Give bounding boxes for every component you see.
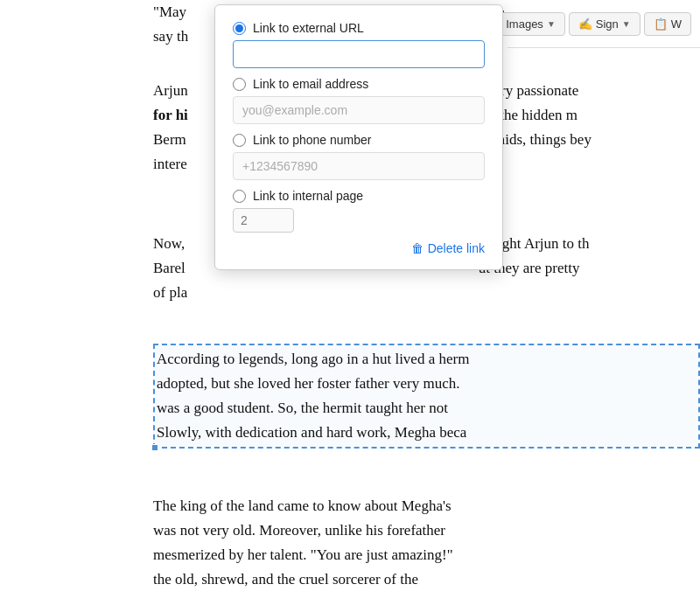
option4-text: Link to internal page xyxy=(253,189,363,203)
w-button[interactable]: 📋 W xyxy=(644,12,691,36)
selected-line4: Slowly, with dedication and hard work, M… xyxy=(157,424,466,441)
para2-line4: intere xyxy=(153,156,187,172)
delete-link-label: Delete link xyxy=(428,241,485,255)
after-line1: The king of the land came to know about … xyxy=(153,497,452,514)
selected-line3: was a good student. So, the hermit taugh… xyxy=(157,400,448,416)
after-line4: the old, shrewd, and the cruel sorcerer … xyxy=(153,571,418,588)
option3-label[interactable]: Link to phone number xyxy=(233,133,485,147)
email-input[interactable] xyxy=(233,96,485,124)
text-block-after: The king of the land came to know about … xyxy=(153,494,700,592)
option3-text: Link to phone number xyxy=(253,133,371,147)
images-label: Images xyxy=(506,17,543,31)
selection-handle xyxy=(151,444,158,451)
sign-label: Sign xyxy=(596,17,619,31)
images-caret-icon: ▼ xyxy=(547,19,556,29)
w-label: W xyxy=(671,17,682,31)
after-line2: was not very old. Moreover, unlike his f… xyxy=(153,522,445,539)
trash-icon: 🗑 xyxy=(411,241,424,255)
top-bar: 🖼 Images ▼ ✍ Sign ▼ 📋 W xyxy=(508,0,700,48)
para3-line3: of pla xyxy=(153,284,187,301)
option4-label[interactable]: Link to internal page xyxy=(233,189,485,203)
selected-line1: According to legends, long ago in a hut … xyxy=(157,351,469,367)
delete-link-row: 🗑 Delete link xyxy=(233,241,485,255)
selected-text-block: According to legends, long ago in a hut … xyxy=(153,344,700,449)
sign-icon: ✍ xyxy=(578,17,592,31)
url-input[interactable]: https://example.com xyxy=(233,40,485,68)
option2-text: Link to email address xyxy=(253,77,368,91)
option2-radio[interactable] xyxy=(233,78,246,91)
selected-line2: adopted, but she loved her foster father… xyxy=(157,375,460,392)
w-icon: 📋 xyxy=(654,17,668,31)
link-popup: Link to external URL https://example.com… xyxy=(214,4,503,270)
sign-caret-icon: ▼ xyxy=(622,19,631,29)
para2-bold: for hi xyxy=(153,107,188,123)
sign-button[interactable]: ✍ Sign ▼ xyxy=(569,12,640,36)
phone-input[interactable] xyxy=(233,152,485,180)
option4-radio[interactable] xyxy=(233,190,246,203)
para1-line2: say th xyxy=(153,28,188,45)
option1-label[interactable]: Link to external URL xyxy=(233,21,485,35)
option2-row: Link to email address xyxy=(233,77,485,124)
after-line3: mesmerized by her talent. "You are just … xyxy=(153,546,453,563)
selected-text: According to legends, long ago in a hut … xyxy=(155,347,698,445)
option1-row: Link to external URL https://example.com xyxy=(233,21,485,68)
option1-text: Link to external URL xyxy=(253,21,364,35)
option3-radio[interactable] xyxy=(233,134,246,147)
para-after: The king of the land came to know about … xyxy=(153,494,700,592)
option1-radio[interactable] xyxy=(233,22,246,35)
option3-row: Link to phone number xyxy=(233,133,485,180)
delete-link-button[interactable]: 🗑 Delete link xyxy=(411,241,485,255)
page-number-input[interactable] xyxy=(233,208,294,233)
option2-label[interactable]: Link to email address xyxy=(233,77,485,91)
option4-row: Link to internal page xyxy=(233,189,485,233)
